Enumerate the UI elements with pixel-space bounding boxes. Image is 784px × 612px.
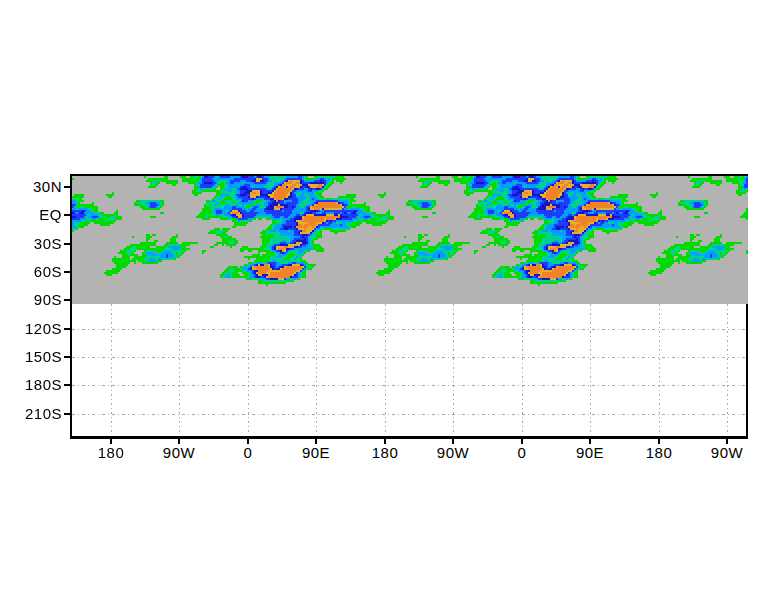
gridline-horizontal (72, 329, 746, 330)
gridline-vertical (111, 304, 112, 435)
gridline-vertical (385, 304, 386, 435)
y-tick (64, 413, 70, 415)
gridline-vertical (453, 304, 454, 435)
y-tick (64, 356, 70, 358)
gridline-vertical (590, 304, 591, 435)
y-tick-label: 150S (0, 348, 62, 366)
gridline-vertical (179, 304, 180, 435)
x-axis-line (70, 436, 748, 439)
heatmap-band-canvas (72, 176, 748, 304)
y-tick-label: 30N (0, 178, 62, 196)
y-tick (64, 328, 70, 330)
x-tick-label: 90W (147, 444, 211, 462)
y-tick (64, 271, 70, 273)
y-tick (64, 214, 70, 216)
y-tick-label: 30S (0, 235, 62, 253)
gridline-vertical (316, 304, 317, 435)
gridline-horizontal (72, 357, 746, 358)
x-tick-label: 180 (627, 444, 691, 462)
y-axis-line (70, 174, 72, 439)
plot-top-border (70, 174, 748, 176)
x-tick-label: 180 (79, 444, 143, 462)
y-tick-label: 210S (0, 405, 62, 423)
y-tick-label: EQ (0, 206, 62, 224)
x-tick-label: 180 (353, 444, 417, 462)
y-tick-label: 180S (0, 376, 62, 394)
gridline-vertical (727, 304, 728, 435)
y-tick-label: 60S (0, 263, 62, 281)
y-tick (64, 243, 70, 245)
gridline-horizontal (72, 414, 746, 415)
x-tick-label: 90E (284, 444, 348, 462)
x-tick-label: 90E (558, 444, 622, 462)
x-tick-label: 90W (695, 444, 759, 462)
plot-right-border (746, 304, 748, 439)
y-tick (64, 299, 70, 301)
y-tick-label: 120S (0, 320, 62, 338)
gridline-vertical (659, 304, 660, 435)
x-tick-label: 0 (490, 444, 554, 462)
gridline-vertical (522, 304, 523, 435)
y-tick-label: 90S (0, 291, 62, 309)
y-tick (64, 384, 70, 386)
x-tick-label: 90W (421, 444, 485, 462)
grads-plot-page: 30NEQ30S60S90S120S150S180S210S 18090W090… (0, 0, 784, 612)
y-tick (64, 186, 70, 188)
gridline-vertical (248, 304, 249, 435)
gridline-horizontal (72, 385, 746, 386)
x-tick-label: 0 (216, 444, 280, 462)
